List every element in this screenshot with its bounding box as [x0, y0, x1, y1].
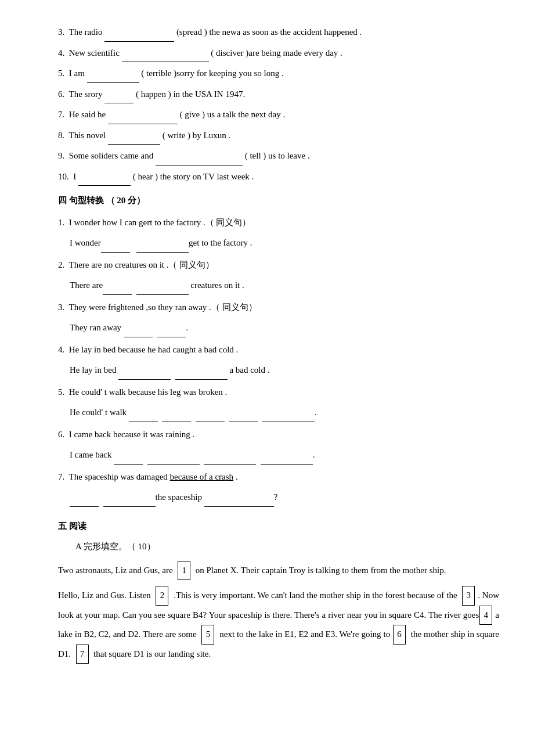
s4-item-1-blank2[interactable]	[136, 242, 189, 253]
item-6-blank[interactable]	[104, 93, 134, 103]
item-8-text1: This novel	[68, 131, 106, 140]
item-10-text2: ( hear ) the story on TV last week .	[133, 172, 254, 181]
s4-item-3-sub: They ran away .	[70, 319, 499, 337]
item-5-text1: I am	[69, 69, 85, 78]
s4-item-1-num: 1.	[58, 218, 64, 227]
s4-item-5-blank1[interactable]	[129, 412, 158, 422]
s4-item-6-blank1[interactable]	[114, 454, 143, 465]
s4-item-7-blank1[interactable]	[70, 496, 99, 507]
section-4: 四 句型转换 （ 20 分） 1. I wonder how I can ger…	[58, 192, 499, 507]
s4-item-5-main: He could' t walk because his leg was bro…	[69, 387, 228, 397]
s4-item-6-blank3[interactable]	[204, 454, 256, 465]
blank-3: 3	[462, 586, 475, 606]
s4-item-4-num: 4.	[58, 345, 64, 354]
s4-item-4-blank2[interactable]	[175, 369, 228, 380]
item-9-num: 9.	[58, 151, 64, 160]
item-3-num: 3.	[58, 27, 64, 37]
item-8-blank[interactable]	[108, 134, 160, 145]
item-6: 6. The srory ( happen ) in the USA IN 19…	[58, 85, 499, 104]
item-5-text2: ( terrible )sorry for keeping you so lon…	[141, 69, 283, 78]
s4-item-1-main: I wonder how I can gert to the factory .…	[69, 218, 251, 227]
s4-item-6-blank2[interactable]	[147, 454, 200, 465]
item-6-text1: The srory	[68, 89, 102, 99]
section-3-fill-blanks: 3. The radio (spread ) the newa as soon …	[58, 23, 499, 186]
reading-para-2: Hello, Liz and Gus. Listen 2 .This is ve…	[58, 586, 499, 664]
item-10-num: 10.	[58, 172, 69, 181]
reading-para-1: Two astronauts, Liz and Gus, are 1 on Pl…	[58, 561, 499, 581]
item-6-num: 6.	[58, 89, 64, 99]
s4-item-1: 1. I wonder how I can gert to the factor…	[58, 214, 499, 232]
section-4-header: 四 句型转换 （ 20 分）	[58, 192, 499, 210]
s4-item-7-num: 7.	[58, 472, 64, 481]
s4-item-7-blank2[interactable]	[103, 496, 156, 507]
s4-item-7: 7. The spaceship was damaged because of …	[58, 468, 499, 487]
s4-item-3-main: They were frightened ,so they ran away .…	[68, 303, 257, 312]
item-4: 4. New scientific ( disciver )are being …	[58, 44, 499, 63]
item-7: 7. He said he ( give ) us a talk the nex…	[58, 106, 499, 124]
item-10-text1: I	[73, 172, 76, 181]
s4-item-1-blank1[interactable]	[101, 242, 130, 253]
s4-item-5: 5. He could' t walk because his leg was …	[58, 383, 499, 402]
s4-item-4: 4. He lay in bed because he had caught a…	[58, 341, 499, 359]
item-10: 10. I ( hear ) the story on TV last week…	[58, 168, 499, 186]
item-8-num: 8.	[58, 131, 64, 140]
blank-7: 7	[76, 645, 89, 664]
item-5: 5. I am ( terrible )sorry for keeping yo…	[58, 64, 499, 83]
section-5: 五 阅读 A 完形填空。（ 10） Two astronauts, Liz an…	[58, 517, 499, 664]
s4-item-6-sub: I came back .	[70, 446, 499, 465]
s4-item-5-blank2[interactable]	[162, 412, 191, 422]
s4-item-5-num: 5.	[58, 387, 64, 397]
item-9-text1: Some soliders came and	[69, 151, 153, 160]
s4-item-6-blank4[interactable]	[261, 454, 313, 465]
s4-item-6-main: I came back because it was raining .	[69, 430, 195, 439]
s4-item-5-sub: He could' t walk .	[70, 404, 499, 422]
item-3-text1: The radio	[68, 27, 102, 37]
s4-item-6: 6. I came back because it was raining .	[58, 426, 499, 444]
item-3-blank[interactable]	[104, 31, 174, 42]
blank-5: 5	[201, 625, 214, 645]
item-9: 9. Some soliders came and ( tell ) us to…	[58, 147, 499, 165]
s4-item-3-blank1[interactable]	[124, 327, 153, 337]
item-5-blank[interactable]	[87, 73, 139, 83]
s4-item-7-sub: the spaceship ?	[70, 488, 499, 507]
item-9-blank[interactable]	[156, 155, 243, 165]
s4-item-4-sub: He lay in bed a bad cold .	[70, 361, 499, 380]
s4-item-5-blank3[interactable]	[196, 412, 225, 422]
item-7-blank[interactable]	[108, 114, 178, 124]
s4-item-3: 3. They were frightened ,so they ran awa…	[58, 298, 499, 317]
item-4-blank[interactable]	[122, 52, 209, 62]
s4-item-2-blank2[interactable]	[136, 285, 189, 295]
item-6-text2: ( happen ) in the USA IN 1947.	[136, 89, 245, 99]
s4-item-2-num: 2.	[58, 260, 64, 269]
blank-6: 6	[393, 625, 406, 645]
s4-item-5-blank5[interactable]	[262, 412, 315, 422]
s4-item-4-blank1[interactable]	[118, 369, 171, 380]
item-4-text2: ( disciver )are being made every day .	[211, 48, 342, 57]
s4-item-7-blank3[interactable]	[204, 496, 274, 507]
item-8-text2: ( write ) by Luxun .	[163, 131, 230, 140]
s4-item-1-sub: I wonder get to the factory .	[70, 234, 499, 253]
item-7-text2: ( give ) us a talk the next day .	[180, 110, 286, 119]
section-5-subheader: A 完形填空。（ 10）	[58, 538, 499, 556]
s4-item-5-blank4[interactable]	[229, 412, 258, 422]
item-7-num: 7.	[58, 110, 64, 119]
item-7-text1: He said he	[69, 110, 106, 119]
s4-item-2-blank1[interactable]	[103, 285, 132, 295]
item-10-blank[interactable]	[78, 175, 131, 186]
s4-item-3-num: 3.	[58, 303, 64, 312]
s4-item-2: 2. There are no creatures on it .（ 同义句）	[58, 256, 499, 275]
blank-4: 4	[479, 606, 492, 625]
item-8: 8. This novel ( write ) by Luxun .	[58, 127, 499, 145]
item-3-text2: (spread ) the newa as soon as the accide…	[176, 27, 362, 37]
section-5-header: 五 阅读	[58, 517, 499, 536]
s4-item-3-blank2[interactable]	[157, 327, 186, 337]
item-4-num: 4.	[58, 48, 64, 57]
item-9-text2: ( tell ) us to leave .	[245, 151, 310, 160]
s4-item-7-main: The spaceship was damaged because of a c…	[68, 472, 237, 481]
s4-item-4-main: He lay in bed because he had caught a ba…	[69, 345, 239, 354]
s4-item-2-sub: There are creatures on it .	[70, 276, 499, 295]
item-3: 3. The radio (spread ) the newa as soon …	[58, 23, 499, 42]
item-5-num: 5.	[58, 69, 64, 78]
s4-item-6-num: 6.	[58, 430, 64, 439]
blank-1: 1	[178, 561, 190, 581]
